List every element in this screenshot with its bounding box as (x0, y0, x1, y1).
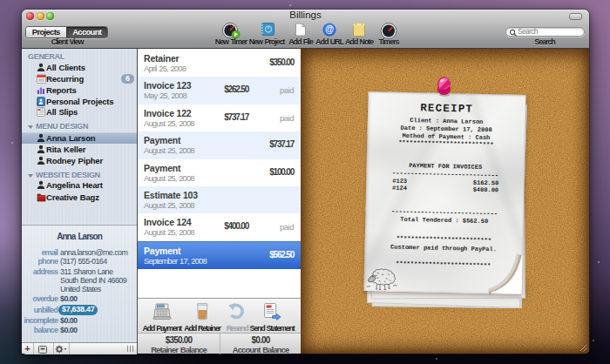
svg-text:@: @ (325, 24, 334, 34)
